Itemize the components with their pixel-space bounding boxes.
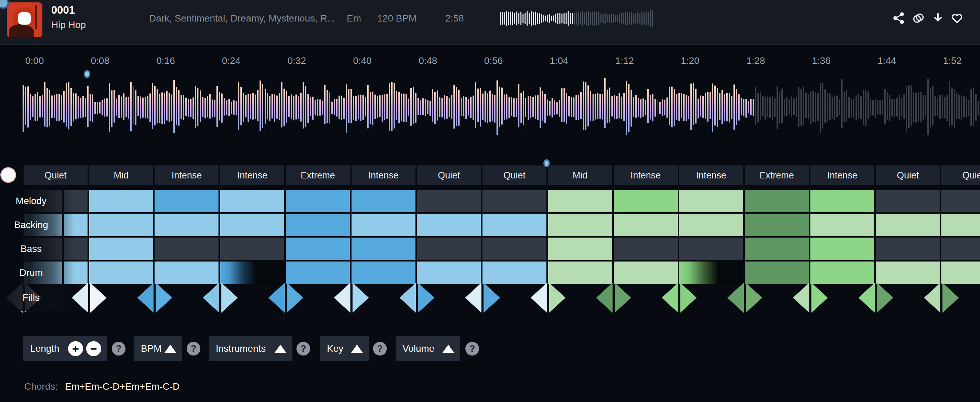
- grid-cell-drum[interactable]: [154, 262, 218, 284]
- control-key[interactable]: Key: [320, 336, 369, 361]
- grid-cell-drum[interactable]: [941, 262, 980, 284]
- section-intensity-header[interactable]: Quiet: [24, 165, 88, 185]
- section-intensity-header[interactable]: Intense: [614, 165, 678, 185]
- fill-diamond-right[interactable]: [287, 283, 303, 313]
- fill-diamond-right[interactable]: [811, 283, 828, 313]
- loop-end-marker[interactable]: [543, 159, 550, 167]
- grid-cell-bass[interactable]: [482, 238, 546, 260]
- fill-diamond-left[interactable]: [203, 283, 219, 313]
- grid-cell-bass[interactable]: [876, 238, 940, 260]
- grid-cell-bass[interactable]: [614, 238, 678, 260]
- fill-diamond-left[interactable]: [531, 283, 547, 313]
- fill-diamond-right[interactable]: [680, 283, 697, 313]
- help-icon[interactable]: ?: [296, 342, 310, 356]
- grid-cell-drum[interactable]: [745, 262, 809, 284]
- grid-cell-melody[interactable]: [417, 190, 481, 212]
- fill-diamond-left[interactable]: [269, 283, 285, 313]
- grid-cell-drum[interactable]: [482, 262, 546, 284]
- grid-cell-backing[interactable]: [745, 214, 809, 236]
- grid-cell-melody[interactable]: [614, 190, 678, 212]
- grid-cell-melody[interactable]: [548, 190, 612, 212]
- fill-diamond-right[interactable]: [353, 283, 369, 313]
- grid-cell-bass[interactable]: [352, 238, 415, 260]
- fill-diamond-left[interactable]: [137, 283, 154, 313]
- grid-cell-backing[interactable]: [352, 214, 415, 236]
- grid-cell-bass[interactable]: [286, 238, 350, 260]
- grid-cell-backing[interactable]: [286, 214, 350, 236]
- help-icon[interactable]: ?: [373, 342, 387, 356]
- grid-cell-drum[interactable]: [286, 262, 350, 284]
- control-instruments[interactable]: Instruments: [209, 336, 292, 361]
- grid-cell-melody[interactable]: [89, 190, 153, 212]
- grid-cell-drum[interactable]: [220, 262, 284, 284]
- grid-cell-melody[interactable]: [876, 190, 940, 212]
- fill-diamond-left[interactable]: [662, 283, 678, 313]
- fill-diamond-right[interactable]: [90, 283, 107, 313]
- grid-cell-bass[interactable]: [810, 238, 874, 260]
- fill-diamond-left[interactable]: [924, 283, 940, 313]
- control-bpm[interactable]: BPM: [134, 336, 182, 361]
- section-intensity-header[interactable]: Intense: [154, 165, 218, 185]
- main-waveform[interactable]: [21, 74, 980, 144]
- fill-diamond-right[interactable]: [221, 283, 238, 313]
- fill-diamond-left[interactable]: [727, 283, 744, 313]
- grid-cell-bass[interactable]: [745, 238, 809, 260]
- grid-cell-drum[interactable]: [614, 262, 678, 284]
- grid-cell-backing[interactable]: [941, 214, 980, 236]
- grid-cell-backing[interactable]: [417, 214, 481, 236]
- grid-cell-drum[interactable]: [548, 262, 612, 284]
- grid-cell-backing[interactable]: [679, 214, 743, 236]
- grid-cell-bass[interactable]: [89, 238, 153, 260]
- grid-cell-melody[interactable]: [220, 190, 284, 212]
- grid-cell-backing[interactable]: [89, 214, 153, 236]
- grid-cell-melody[interactable]: [679, 190, 743, 212]
- fill-diamond-right[interactable]: [942, 283, 959, 313]
- grid-cell-drum[interactable]: [679, 262, 743, 284]
- section-intensity-header[interactable]: Mid: [89, 165, 153, 185]
- grid-cell-drum[interactable]: [352, 262, 415, 284]
- control-volume[interactable]: Volume: [396, 336, 460, 361]
- fill-diamond-right[interactable]: [549, 283, 566, 313]
- grid-cell-drum[interactable]: [417, 262, 481, 284]
- fill-diamond-right[interactable]: [484, 283, 500, 313]
- grid-cell-melody[interactable]: [286, 190, 350, 212]
- grid-cell-backing[interactable]: [614, 214, 678, 236]
- fill-diamond-right[interactable]: [877, 283, 893, 313]
- grid-cell-bass[interactable]: [941, 238, 980, 260]
- section-intensity-header[interactable]: Intense: [810, 165, 874, 185]
- grid-cell-backing[interactable]: [482, 214, 546, 236]
- control-length[interactable]: Length+−: [23, 336, 107, 361]
- grid-cell-bass[interactable]: [548, 238, 612, 260]
- help-icon[interactable]: ?: [465, 342, 479, 356]
- grid-cell-bass[interactable]: [417, 238, 481, 260]
- similar-tracks-icon[interactable]: [912, 12, 925, 25]
- section-intensity-header[interactable]: Extreme: [745, 165, 809, 185]
- download-icon[interactable]: [931, 12, 945, 25]
- favorite-icon[interactable]: [951, 12, 964, 25]
- grid-cell-bass[interactable]: [154, 238, 218, 260]
- section-intensity-header[interactable]: Quiet: [482, 165, 546, 185]
- section-intensity-header[interactable]: Quiet: [417, 165, 481, 185]
- chevron-up-icon[interactable]: [164, 345, 176, 353]
- fill-diamond-right[interactable]: [156, 283, 172, 313]
- fill-diamond-right[interactable]: [615, 283, 631, 313]
- minus-button[interactable]: −: [86, 341, 101, 356]
- fill-diamond-left[interactable]: [793, 283, 809, 313]
- grid-cell-backing[interactable]: [220, 214, 284, 236]
- grid-cell-melody[interactable]: [352, 190, 415, 212]
- fill-diamond-left[interactable]: [597, 283, 613, 313]
- grid-cell-melody[interactable]: [941, 190, 980, 212]
- chevron-up-icon[interactable]: [442, 345, 454, 353]
- section-intensity-header[interactable]: Quiet: [941, 165, 980, 185]
- chevron-up-icon[interactable]: [351, 345, 363, 353]
- plus-button[interactable]: +: [68, 341, 83, 356]
- section-intensity-header[interactable]: Intense: [220, 165, 284, 185]
- grid-cell-melody[interactable]: [154, 190, 218, 212]
- grid-cell-bass[interactable]: [679, 238, 743, 260]
- grid-cell-backing[interactable]: [548, 214, 612, 236]
- album-art-stop-button[interactable]: [7, 2, 42, 37]
- section-intensity-header[interactable]: Quiet: [876, 165, 940, 185]
- section-intensity-header[interactable]: Intense: [679, 165, 743, 185]
- share-icon[interactable]: [892, 12, 905, 25]
- grid-cell-melody[interactable]: [810, 190, 874, 212]
